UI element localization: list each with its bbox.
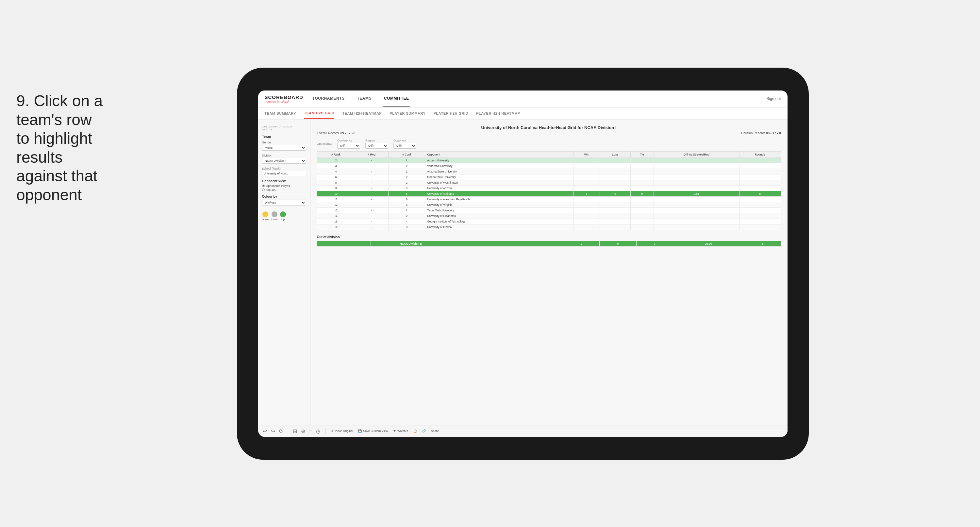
col-opponent: Opponent <box>425 151 573 158</box>
logo-brand: clippd <box>281 100 289 103</box>
school-rank-label: School (Rank) <box>262 167 306 170</box>
subnav-team-summary[interactable]: TEAM SUMMARY <box>265 108 296 119</box>
last-updated: Last Updated: 27/03/2024 16:55:38 <box>262 125 306 131</box>
colour-by-title: Colour by <box>262 195 306 198</box>
opponent-select[interactable]: (All) <box>393 143 416 149</box>
table-row[interactable]: 8-2University of Washington <box>317 180 781 185</box>
content-panel: University of North Carolina Head-to-Hea… <box>310 120 788 425</box>
subnav-player-h2h-grid[interactable]: PLAYER H2H GRID <box>433 108 468 119</box>
tablet-device: SCOREBOARD Powered by clippd TOURNAMENTS… <box>237 68 809 460</box>
legend-down-circle <box>262 212 268 217</box>
sign-out-area: | Sign out <box>762 96 781 101</box>
conference-filter: Conference (All) <box>337 139 360 149</box>
team-section-title: Team <box>262 135 306 139</box>
division-record: Division Record: 88 - 17 - 0 <box>741 131 781 135</box>
nav-committee[interactable]: COMMITTEE <box>383 91 410 107</box>
legend-level: Level <box>271 212 277 221</box>
table-row[interactable]: 11-6University of Arkansas, Fayetteville <box>317 196 781 202</box>
save-custom-view-button[interactable]: 💾 Save Custom View <box>357 429 389 433</box>
table-row[interactable]: 14-2University of Oklahoma <box>317 213 781 218</box>
radio-opponents-played[interactable]: Opponents Played <box>262 184 306 188</box>
opponents-label: Opponents: <box>317 142 332 145</box>
nav-tournaments[interactable]: TOURNAMENTS <box>311 91 346 107</box>
table-row[interactable]: 12-3University of Virginia <box>317 202 781 207</box>
table-row[interactable]: 10-5University of Alabama3002.618 <box>317 191 781 196</box>
legend-row: Down Level Up <box>262 212 306 221</box>
view-icon: 👁 <box>331 429 334 433</box>
table-header-row: # Rank # Reg # Conf Opponent Win Loss Ti… <box>317 151 781 158</box>
sidebar: Last Updated: 27/03/2024 16:55:38 Team G… <box>258 120 310 425</box>
table-row[interactable]: 9-3University of Arizona <box>317 185 781 191</box>
tablet-screen: SCOREBOARD Powered by clippd TOURNAMENTS… <box>258 91 788 437</box>
subnav-team-h2h-heatmap[interactable]: TEAM H2H HEATMAP <box>342 108 382 119</box>
main-content: Last Updated: 27/03/2024 16:55:38 Team G… <box>258 120 788 425</box>
table-row[interactable]: 15-4Georgia Institute of Technology <box>317 218 781 224</box>
region-select[interactable]: (All) <box>365 143 388 149</box>
division-select[interactable]: NCAA Division I <box>262 158 306 164</box>
colour-by-select[interactable]: Win/loss <box>262 200 306 205</box>
table-row[interactable]: 16-3University of Florida <box>317 224 781 230</box>
redo-button[interactable]: ↪ <box>270 428 276 434</box>
toolbar-divider-2 <box>325 428 326 433</box>
instruction-text: 9. Click on a team's row to highlight re… <box>16 91 108 205</box>
logo-area: SCOREBOARD Powered by clippd <box>265 94 303 103</box>
view-original-button[interactable]: 👁 View: Original <box>329 429 354 433</box>
link-button[interactable]: 🔗 <box>421 429 427 433</box>
clock-button[interactable]: ◷ <box>315 428 321 434</box>
sub-nav: TEAM SUMMARY TEAM H2H GRID TEAM H2H HEAT… <box>258 107 788 120</box>
opponent-view-title: Opponent View <box>262 179 306 183</box>
radio-dot-top100 <box>262 188 265 191</box>
refresh-button[interactable]: ⟳ <box>278 428 284 434</box>
out-of-division-table: NCAA Division II10026.003 <box>317 241 781 247</box>
bottom-toolbar: ↩ ↪ ⟳ ⊞ ⊕ − ◷ 👁 View: Original 💾 Save Cu… <box>258 425 788 437</box>
table-row[interactable]: 3-2Vanderbilt University <box>317 163 781 169</box>
nav-teams[interactable]: TEAMS <box>356 91 373 107</box>
region-filter: Region (All) <box>365 139 388 149</box>
col-loss: Loss <box>600 151 630 158</box>
h2h-table: # Rank # Reg # Conf Opponent Win Loss Ti… <box>317 151 781 230</box>
out-of-division-row[interactable]: NCAA Division II10026.003 <box>317 241 781 246</box>
toolbar-divider-1 <box>288 428 288 433</box>
gender-label: Gender <box>262 141 306 144</box>
col-reg: # Reg <box>355 151 388 158</box>
subnav-player-summary[interactable]: PLAYER SUMMARY <box>390 108 425 119</box>
clipboard-button[interactable]: 📋 <box>412 429 418 433</box>
legend-level-circle <box>272 212 277 217</box>
record-row: Overall Record: 89 - 17 - 0 Division Rec… <box>317 131 781 135</box>
subnav-team-h2h-grid[interactable]: TEAM H2H GRID <box>304 108 334 119</box>
sign-out-button[interactable]: Sign out <box>766 96 781 101</box>
opponent-filter: Opponent (All) <box>393 139 416 149</box>
col-rounds: Rounds <box>739 151 781 158</box>
overall-record: Overall Record: 89 - 17 - 0 <box>317 131 356 135</box>
table-row[interactable]: 6-2Florida State University <box>317 174 781 180</box>
col-tie: Tie <box>630 151 654 158</box>
watch-icon: 👁 <box>393 429 396 433</box>
col-rank: # Rank <box>317 151 355 158</box>
step-text: Click on a team's row to highlight resul… <box>16 92 103 204</box>
table-row[interactable]: 2-1Auburn University <box>317 158 781 163</box>
nav-items: TOURNAMENTS TEAMS COMMITTEE <box>311 91 762 107</box>
undo-button[interactable]: ↩ <box>262 428 267 434</box>
radio-top-100[interactable]: Top 100 <box>262 188 306 191</box>
table-row[interactable]: 13-1Texas Tech University <box>317 207 781 213</box>
filters-row: Opponents: Conference (All) Region (All) <box>317 139 781 149</box>
logo-subtitle: Powered by clippd <box>265 100 303 103</box>
radio-dot-opponents <box>262 185 265 187</box>
gender-select[interactable]: Men's <box>262 145 306 151</box>
division-label: Division <box>262 154 306 157</box>
share-button[interactable]: Share <box>430 429 440 433</box>
table-row[interactable]: 4-1Arizona State University <box>317 169 781 174</box>
minus-button[interactable]: − <box>309 428 313 434</box>
subnav-player-h2h-heatmap[interactable]: PLAYER H2H HEATMAP <box>476 108 520 119</box>
top-nav: SCOREBOARD Powered by clippd TOURNAMENTS… <box>258 91 788 107</box>
col-win: Win <box>573 151 600 158</box>
watch-button[interactable]: 👁 Watch ▾ <box>392 429 409 433</box>
grid-button[interactable]: ⊞ <box>292 428 298 434</box>
school-rank-input[interactable] <box>262 171 306 176</box>
col-conf: # Conf <box>388 151 425 158</box>
col-diff: Diff Av Strokes/Rnd <box>654 151 739 158</box>
add-button[interactable]: ⊕ <box>300 428 306 434</box>
conference-select[interactable]: (All) <box>337 143 360 149</box>
legend-down: Down <box>262 212 269 221</box>
step-number: 9. <box>16 92 29 110</box>
